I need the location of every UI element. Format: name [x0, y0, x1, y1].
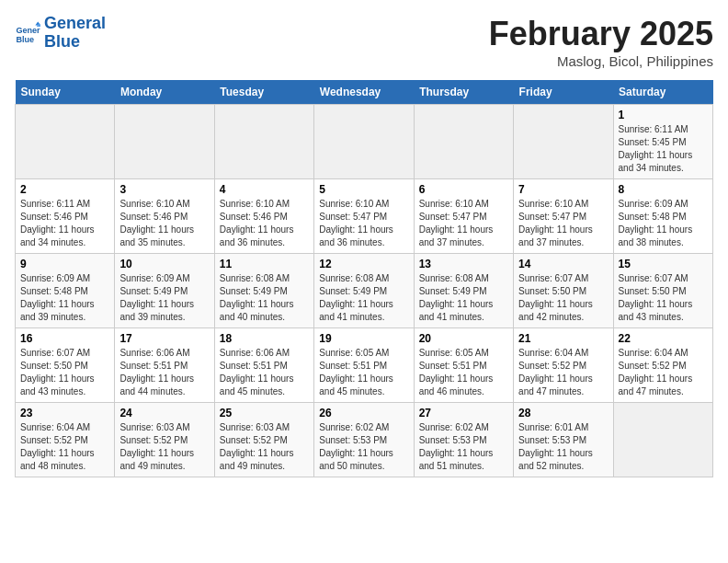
day-info: Sunrise: 6:06 AM Sunset: 5:51 PM Dayligh…	[220, 347, 309, 398]
day-number: 8	[619, 183, 708, 196]
day-number: 17	[119, 332, 209, 345]
calendar-day-cell: 12Sunrise: 6:08 AM Sunset: 5:49 PM Dayli…	[314, 254, 414, 328]
title-area: February 2025 Maslog, Bicol, Philippines	[489, 15, 713, 69]
logo: General Blue General Blue	[15, 15, 106, 52]
calendar-day-cell: 11Sunrise: 6:08 AM Sunset: 5:49 PM Dayli…	[214, 254, 313, 328]
calendar-day-cell: 16Sunrise: 6:07 AM Sunset: 5:50 PM Dayli…	[16, 328, 115, 403]
calendar-day-cell: 19Sunrise: 6:05 AM Sunset: 5:51 PM Dayli…	[314, 328, 414, 403]
day-number: 10	[119, 258, 209, 270]
day-info: Sunrise: 6:05 AM Sunset: 5:51 PM Dayligh…	[319, 347, 408, 398]
day-number: 15	[619, 258, 708, 270]
calendar-day-cell: 28Sunrise: 6:01 AM Sunset: 5:53 PM Dayli…	[514, 403, 613, 477]
calendar-day-cell: 26Sunrise: 6:02 AM Sunset: 5:53 PM Dayli…	[314, 403, 414, 477]
day-number: 1	[619, 109, 708, 121]
calendar-day-cell: 1Sunrise: 6:11 AM Sunset: 5:45 PM Daylig…	[613, 105, 712, 179]
day-info: Sunrise: 6:11 AM Sunset: 5:46 PM Dayligh…	[20, 198, 109, 249]
day-info: Sunrise: 6:10 AM Sunset: 5:47 PM Dayligh…	[518, 198, 608, 249]
calendar-week-row: 23Sunrise: 6:04 AM Sunset: 5:52 PM Dayli…	[16, 403, 713, 477]
day-number: 28	[518, 407, 608, 419]
day-info: Sunrise: 6:07 AM Sunset: 5:50 PM Dayligh…	[20, 347, 109, 398]
svg-text:General: General	[16, 26, 40, 35]
calendar-week-row: 9Sunrise: 6:09 AM Sunset: 5:48 PM Daylig…	[16, 254, 713, 328]
day-number: 11	[220, 258, 309, 270]
day-number: 16	[20, 332, 109, 345]
calendar-day-cell	[613, 403, 712, 477]
calendar-week-row: 2Sunrise: 6:11 AM Sunset: 5:46 PM Daylig…	[16, 179, 713, 254]
day-number: 5	[319, 183, 408, 196]
calendar-day-cell: 14Sunrise: 6:07 AM Sunset: 5:50 PM Dayli…	[514, 254, 613, 328]
day-number: 24	[119, 407, 209, 419]
svg-text:Blue: Blue	[16, 35, 34, 44]
day-info: Sunrise: 6:08 AM Sunset: 5:49 PM Dayligh…	[220, 272, 309, 324]
day-info: Sunrise: 6:07 AM Sunset: 5:50 PM Dayligh…	[518, 272, 608, 324]
calendar-day-cell: 9Sunrise: 6:09 AM Sunset: 5:48 PM Daylig…	[16, 254, 115, 328]
day-number: 27	[419, 407, 508, 419]
day-number: 20	[419, 332, 508, 345]
day-info: Sunrise: 6:02 AM Sunset: 5:53 PM Dayligh…	[319, 421, 408, 473]
day-info: Sunrise: 6:07 AM Sunset: 5:50 PM Dayligh…	[619, 272, 708, 324]
day-info: Sunrise: 6:06 AM Sunset: 5:51 PM Dayligh…	[119, 347, 209, 398]
weekday-header-cell: Saturday	[613, 80, 712, 105]
calendar-day-cell: 2Sunrise: 6:11 AM Sunset: 5:46 PM Daylig…	[16, 179, 115, 254]
calendar-day-cell: 18Sunrise: 6:06 AM Sunset: 5:51 PM Dayli…	[214, 328, 313, 403]
day-info: Sunrise: 6:10 AM Sunset: 5:47 PM Dayligh…	[319, 198, 408, 249]
calendar-table: SundayMondayTuesdayWednesdayThursdayFrid…	[15, 80, 713, 477]
weekday-header-cell: Monday	[115, 80, 214, 105]
calendar-day-cell: 5Sunrise: 6:10 AM Sunset: 5:47 PM Daylig…	[314, 179, 414, 254]
day-number: 21	[518, 332, 608, 345]
page-subtitle: Maslog, Bicol, Philippines	[489, 53, 713, 69]
day-info: Sunrise: 6:09 AM Sunset: 5:48 PM Dayligh…	[619, 198, 708, 249]
day-info: Sunrise: 6:10 AM Sunset: 5:46 PM Dayligh…	[119, 198, 209, 249]
calendar-day-cell: 4Sunrise: 6:10 AM Sunset: 5:46 PM Daylig…	[214, 179, 313, 254]
calendar-day-cell: 25Sunrise: 6:03 AM Sunset: 5:52 PM Dayli…	[214, 403, 313, 477]
calendar-day-cell: 22Sunrise: 6:04 AM Sunset: 5:52 PM Dayli…	[613, 328, 712, 403]
day-info: Sunrise: 6:04 AM Sunset: 5:52 PM Dayligh…	[619, 347, 708, 398]
page-title: February 2025	[489, 15, 713, 53]
weekday-header-cell: Friday	[514, 80, 613, 105]
day-number: 23	[20, 407, 109, 419]
weekday-header-cell: Tuesday	[214, 80, 313, 105]
day-number: 19	[319, 332, 408, 345]
calendar-day-cell	[214, 105, 313, 179]
calendar-day-cell	[115, 105, 214, 179]
weekday-header-cell: Thursday	[414, 80, 513, 105]
day-info: Sunrise: 6:04 AM Sunset: 5:52 PM Dayligh…	[20, 421, 109, 473]
day-info: Sunrise: 6:08 AM Sunset: 5:49 PM Dayligh…	[319, 272, 408, 324]
day-number: 25	[220, 407, 309, 419]
day-number: 9	[20, 258, 109, 270]
day-info: Sunrise: 6:11 AM Sunset: 5:45 PM Dayligh…	[619, 123, 708, 175]
day-number: 26	[319, 407, 408, 419]
weekday-header-cell: Sunday	[16, 80, 115, 105]
day-info: Sunrise: 6:03 AM Sunset: 5:52 PM Dayligh…	[220, 421, 309, 473]
day-info: Sunrise: 6:01 AM Sunset: 5:53 PM Dayligh…	[518, 421, 608, 473]
calendar-day-cell: 8Sunrise: 6:09 AM Sunset: 5:48 PM Daylig…	[613, 179, 712, 254]
day-info: Sunrise: 6:05 AM Sunset: 5:51 PM Dayligh…	[419, 347, 508, 398]
calendar-day-cell: 27Sunrise: 6:02 AM Sunset: 5:53 PM Dayli…	[414, 403, 513, 477]
day-number: 3	[119, 183, 209, 196]
day-info: Sunrise: 6:09 AM Sunset: 5:49 PM Dayligh…	[119, 272, 209, 324]
calendar-day-cell: 10Sunrise: 6:09 AM Sunset: 5:49 PM Dayli…	[115, 254, 214, 328]
logo-icon: General Blue	[15, 20, 40, 46]
calendar-day-cell	[16, 105, 115, 179]
calendar-day-cell	[314, 105, 414, 179]
calendar-day-cell	[514, 105, 613, 179]
calendar-week-row: 1Sunrise: 6:11 AM Sunset: 5:45 PM Daylig…	[16, 105, 713, 179]
day-number: 2	[20, 183, 109, 196]
weekday-header-row: SundayMondayTuesdayWednesdayThursdayFrid…	[16, 80, 713, 105]
day-number: 7	[518, 183, 608, 196]
day-info: Sunrise: 6:10 AM Sunset: 5:47 PM Dayligh…	[419, 198, 508, 249]
day-number: 4	[220, 183, 309, 196]
calendar-day-cell: 13Sunrise: 6:08 AM Sunset: 5:49 PM Dayli…	[414, 254, 513, 328]
day-info: Sunrise: 6:09 AM Sunset: 5:48 PM Dayligh…	[20, 272, 109, 324]
day-number: 13	[419, 258, 508, 270]
weekday-header-cell: Wednesday	[314, 80, 414, 105]
calendar-day-cell	[414, 105, 513, 179]
calendar-day-cell: 23Sunrise: 6:04 AM Sunset: 5:52 PM Dayli…	[16, 403, 115, 477]
calendar-day-cell: 6Sunrise: 6:10 AM Sunset: 5:47 PM Daylig…	[414, 179, 513, 254]
calendar-day-cell: 24Sunrise: 6:03 AM Sunset: 5:52 PM Dayli…	[115, 403, 214, 477]
day-info: Sunrise: 6:03 AM Sunset: 5:52 PM Dayligh…	[119, 421, 209, 473]
page-header: General Blue General Blue February 2025 …	[15, 15, 713, 69]
calendar-day-cell: 7Sunrise: 6:10 AM Sunset: 5:47 PM Daylig…	[514, 179, 613, 254]
day-info: Sunrise: 6:08 AM Sunset: 5:49 PM Dayligh…	[419, 272, 508, 324]
day-info: Sunrise: 6:10 AM Sunset: 5:46 PM Dayligh…	[220, 198, 309, 249]
